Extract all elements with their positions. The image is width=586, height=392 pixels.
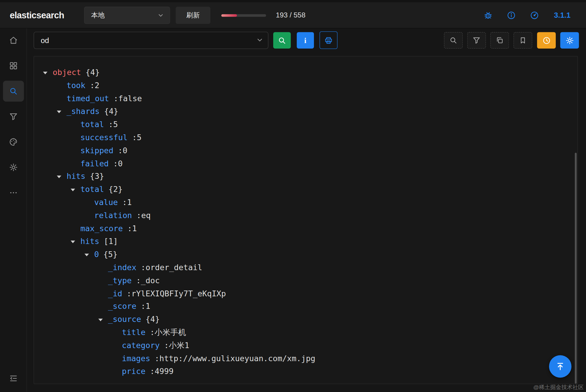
ellipsis-icon [9, 188, 18, 197]
progress-bar [221, 14, 266, 17]
filter-tool-button[interactable] [467, 32, 486, 49]
collapse-arrow-icon[interactable] [57, 111, 61, 113]
sidebar-item-theme[interactable] [3, 131, 24, 152]
collapse-arrow-icon[interactable] [71, 240, 75, 243]
collapse-arrow-icon[interactable] [43, 72, 47, 74]
tree-key: images [122, 354, 150, 363]
sidebar-item-search[interactable] [3, 81, 24, 101]
tree-row: max_score:1 [34, 222, 578, 235]
info-button[interactable]: i [297, 32, 314, 49]
collapse-arrow-icon[interactable] [57, 176, 61, 178]
tree-count-badge: {4} [104, 107, 118, 116]
tree-key[interactable]: total [80, 185, 104, 194]
tree-row: value:1 [34, 196, 578, 209]
print-button[interactable] [319, 31, 338, 49]
progress-fill [221, 14, 237, 17]
tree-key[interactable]: 0 [94, 250, 99, 259]
info-circle-icon[interactable] [507, 11, 516, 20]
tree-row: price:4999 [34, 365, 578, 378]
run-search-button[interactable] [273, 32, 291, 49]
tree-count-badge: {2} [109, 185, 123, 194]
tree-value: :1 [122, 198, 132, 207]
tree-key: title [122, 328, 145, 337]
environment-select-value: 本地 [91, 11, 104, 20]
filter-icon [9, 112, 18, 121]
tree-count-badge: {5} [103, 250, 118, 259]
tree-row: _type:_doc [34, 274, 578, 287]
tree-row: total{2} [34, 183, 578, 196]
sidebar-collapse-button[interactable] [3, 368, 24, 389]
tree-key[interactable]: object [53, 68, 81, 77]
palette-icon [9, 138, 18, 147]
tree-value: :rYlEXIQBFIy7T_eKqIXp [127, 289, 226, 298]
tree-value: :5 [109, 120, 118, 129]
sidebar-item-apps[interactable] [3, 55, 24, 76]
tree-value: :_doc [136, 276, 160, 285]
tree-key[interactable]: hits [80, 237, 99, 246]
collapse-arrow-icon[interactable] [71, 188, 75, 191]
tree-value: :1 [141, 302, 150, 311]
grid-icon [9, 61, 18, 70]
tree-value: :eq [136, 211, 151, 220]
tree-value: :5 [132, 133, 141, 142]
sidebar-item-settings[interactable] [3, 157, 24, 178]
history-button[interactable] [537, 32, 556, 49]
tree-value: :小米1 [164, 341, 189, 350]
tree-value: :2 [90, 81, 99, 90]
json-tree: object{4}took:2timed_out:false_shards{4}… [34, 56, 578, 378]
tree-key: timed_out [67, 94, 109, 103]
back-to-top-button[interactable] [549, 355, 571, 378]
tree-key: value [94, 198, 118, 207]
tree-row: _source{4} [34, 313, 578, 326]
query-chevron-down-icon[interactable] [256, 36, 264, 44]
tree-row: _index:order_detail [34, 261, 578, 274]
tree-row: hits[1] [34, 235, 578, 248]
tree-key: price [122, 367, 145, 376]
tree-value: :false [113, 94, 142, 103]
home-icon [9, 36, 18, 45]
arrow-up-to-line-icon [555, 361, 565, 372]
scrollbar-thumb[interactable] [575, 153, 577, 384]
watermark: @稀土掘金技术社区 [533, 384, 584, 391]
tree-key[interactable]: _source [108, 315, 141, 324]
dashboard-gauge-icon[interactable] [530, 11, 539, 20]
copy-tool-button[interactable] [490, 32, 509, 49]
refresh-button[interactable]: 刷新 [176, 7, 210, 24]
tree-key: skipped [80, 146, 113, 155]
bug-icon[interactable] [484, 11, 493, 20]
settings-button[interactable] [560, 32, 579, 49]
menu-fold-icon [9, 374, 18, 383]
sidebar-item-home[interactable] [3, 30, 24, 51]
tree-key[interactable]: hits [67, 172, 86, 181]
tree-row: relation:eq [34, 209, 578, 222]
bookmark-icon [519, 36, 527, 44]
tree-row: skipped:0 [34, 144, 578, 157]
tree-row: _id:rYlEXIQBFIy7T_eKqIXp [34, 287, 578, 300]
tree-count-badge: {4} [86, 68, 100, 77]
tree-key[interactable]: _shards [67, 107, 100, 116]
progress-count: 193 / 558 [276, 11, 306, 19]
query-input-wrap [34, 32, 269, 49]
tree-count-badge: {4} [145, 315, 160, 324]
query-input[interactable] [34, 32, 269, 49]
sidebar-item-more[interactable] [3, 182, 24, 203]
gear-icon [9, 163, 18, 172]
search-tool-button[interactable] [444, 32, 463, 49]
collapse-arrow-icon[interactable] [98, 318, 103, 321]
tree-key: _type [108, 276, 132, 285]
tree-row: successful:5 [34, 131, 578, 144]
sidebar-item-filter[interactable] [3, 106, 24, 127]
tree-key: max_score [80, 224, 123, 233]
top-bar: elasticsearch 本地 刷新 193 / 558 3.1.1 [0, 0, 586, 28]
tree-value: :http://www.gulixueyuan.com/xm.jpg [155, 354, 315, 363]
tree-key: total [80, 120, 104, 129]
collapse-arrow-icon[interactable] [84, 254, 89, 256]
tree-row: total:5 [34, 118, 578, 131]
tree-row: timed_out:false [34, 92, 578, 105]
tree-row: _score:1 [34, 300, 578, 313]
tree-key: successful [80, 133, 127, 142]
bookmark-tool-button[interactable] [514, 32, 532, 49]
tree-key: _index [108, 263, 136, 272]
search-icon [9, 87, 18, 96]
environment-select[interactable]: 本地 [84, 7, 170, 24]
